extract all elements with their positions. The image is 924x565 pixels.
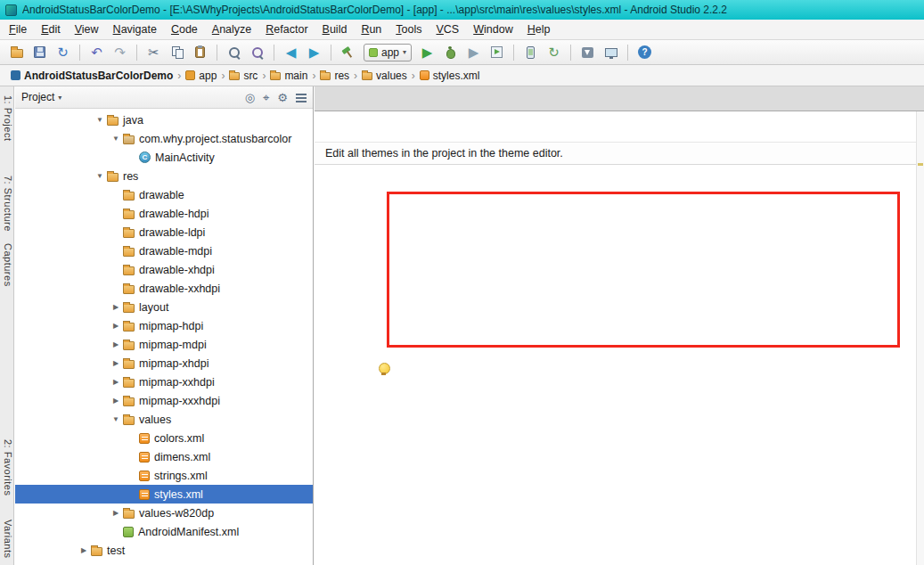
- tree-item-layout[interactable]: ▶layout: [15, 298, 313, 316]
- toolbar-separator: [513, 45, 514, 61]
- gear-icon[interactable]: ⚙: [277, 92, 288, 103]
- back-icon[interactable]: ◀: [280, 43, 302, 62]
- breadcrumb-item-styles-xml[interactable]: styles.xml: [416, 70, 484, 82]
- redo-icon[interactable]: ↷: [109, 43, 131, 62]
- breadcrumb-item-res[interactable]: res: [316, 70, 353, 82]
- breadcrumb-item-values[interactable]: values: [358, 70, 411, 82]
- tool-stripe-button-variants[interactable]: Variants: [1, 520, 13, 559]
- tree-item-test[interactable]: ▶test: [15, 541, 313, 560]
- forward-icon[interactable]: ▶: [303, 43, 325, 62]
- tree-item-mipmap-xxhdpi[interactable]: ▶mipmap-xxhdpi: [15, 373, 313, 391]
- main-window: AndroidStatusBarColorDemo - [E:\ASWhyPro…: [0, 0, 924, 565]
- menu-item-refactor[interactable]: Refactor: [258, 20, 315, 38]
- filter-icon[interactable]: ◎: [245, 92, 255, 103]
- chevron-right-icon[interactable]: ▶: [110, 359, 122, 367]
- gradle-sync-icon[interactable]: ↻: [543, 43, 565, 62]
- menu-item-navigate[interactable]: Navigate: [106, 20, 164, 38]
- save-all-icon[interactable]: [29, 43, 51, 62]
- breadcrumb-item-androidstatusbarcolordemo[interactable]: AndroidStatusBarColorDemo: [7, 70, 176, 82]
- menu-item-code[interactable]: Code: [164, 20, 205, 38]
- intention-lightbulb-icon[interactable]: [378, 363, 390, 375]
- tool-stripe-button-1-project[interactable]: 1: Project: [1, 95, 13, 141]
- tree-item-values[interactable]: ▼values: [15, 410, 313, 429]
- menu-item-run[interactable]: Run: [354, 20, 388, 38]
- menu-item-window[interactable]: Window: [466, 20, 519, 38]
- chevron-down-icon[interactable]: ▼: [94, 116, 106, 124]
- synchronize-icon[interactable]: ↻: [52, 43, 74, 62]
- chevron-down-icon[interactable]: ▼: [110, 415, 122, 423]
- tree-item-drawable-xhdpi[interactable]: drawable-xhdpi: [15, 260, 313, 279]
- tree-item-colors-xml[interactable]: colors.xml: [15, 429, 313, 447]
- run-coverage-icon[interactable]: ▶: [462, 43, 485, 62]
- menu-item-help[interactable]: Help: [520, 20, 558, 38]
- debug-icon[interactable]: [439, 43, 462, 62]
- chevron-down-icon[interactable]: ▼: [94, 172, 106, 180]
- chevron-right-icon[interactable]: ▶: [110, 303, 122, 311]
- sdk-manager-icon[interactable]: [576, 43, 599, 62]
- breadcrumb-item-src[interactable]: src: [225, 70, 261, 82]
- chevron-right-icon[interactable]: ▶: [110, 322, 122, 330]
- tree-item-values-w820dp[interactable]: ▶values-w820dp: [15, 504, 313, 522]
- tree-item-drawable-hdpi[interactable]: drawable-hdpi: [15, 204, 313, 223]
- menu-item-build[interactable]: Build: [315, 20, 355, 38]
- copy-icon[interactable]: [166, 43, 188, 62]
- menu-item-tools[interactable]: Tools: [388, 20, 429, 38]
- chevron-right-icon[interactable]: ▶: [110, 397, 122, 405]
- device-monitor-icon[interactable]: [600, 43, 622, 62]
- title-bar[interactable]: AndroidStatusBarColorDemo - [E:\ASWhyPro…: [0, 0, 924, 20]
- tree-item-mainactivity[interactable]: MainActivity: [15, 148, 313, 167]
- run-icon[interactable]: ▶: [416, 43, 438, 62]
- paste-icon[interactable]: [189, 43, 211, 62]
- chevron-right-icon[interactable]: ▶: [110, 509, 122, 517]
- tool-stripe-button-7-structure[interactable]: 7: Structure: [1, 176, 13, 232]
- help-icon[interactable]: [634, 43, 656, 62]
- run-configurations-combo[interactable]: app▾: [364, 44, 412, 61]
- tree-item-strings-xml[interactable]: strings.xml: [15, 466, 313, 485]
- editor-body: Edit all themes in the project in the th…: [315, 111, 924, 565]
- menu-item-edit[interactable]: Edit: [34, 20, 68, 38]
- chevron-right-icon[interactable]: ▶: [110, 340, 122, 348]
- tree-item-java[interactable]: ▼java: [15, 111, 313, 129]
- tree-item-drawable-xxhdpi[interactable]: drawable-xxhdpi: [15, 279, 313, 298]
- avd-manager-icon[interactable]: [519, 43, 542, 62]
- project-panel-title[interactable]: Project: [21, 91, 54, 103]
- menu-item-file[interactable]: File: [2, 20, 34, 38]
- menu-item-analyze[interactable]: Analyze: [205, 20, 258, 38]
- open-file-icon[interactable]: [5, 43, 28, 62]
- menu-item-view[interactable]: View: [68, 20, 106, 38]
- locate-icon[interactable]: ⌖: [263, 92, 269, 103]
- find-icon[interactable]: [223, 43, 245, 62]
- left-tool-stripe: 1: Project7: StructureCaptures2: Favorit…: [0, 86, 14, 565]
- tree-item-styles-xml[interactable]: styles.xml: [15, 485, 313, 504]
- tree-item-mipmap-hdpi[interactable]: ▶mipmap-hdpi: [15, 316, 313, 335]
- tree-item-drawable[interactable]: drawable: [15, 185, 313, 204]
- tree-item-res[interactable]: ▼res: [15, 167, 313, 185]
- chevron-down-icon[interactable]: ▾: [58, 94, 61, 102]
- collapse-all-icon[interactable]: [296, 93, 307, 102]
- breadcrumb-item-app[interactable]: app: [182, 70, 220, 82]
- tool-stripe-button-2-favorites[interactable]: 2: Favorites: [1, 439, 13, 495]
- tree-item-drawable-mdpi[interactable]: drawable-mdpi: [15, 242, 313, 260]
- chevron-right-icon[interactable]: ▶: [78, 546, 90, 554]
- cut-icon[interactable]: ✂: [143, 43, 165, 62]
- tree-item-androidmanifest-xml[interactable]: AndroidManifest.xml: [15, 522, 313, 541]
- menu-item-vcs[interactable]: VCS: [429, 20, 467, 38]
- folder-icon: [123, 248, 135, 257]
- chevron-right-icon[interactable]: ▶: [110, 378, 122, 386]
- tree-item-com-why-project-statusbarcolor[interactable]: ▼com.why.project.statusbarcolor: [15, 129, 313, 148]
- tree-item-dimens-xml[interactable]: dimens.xml: [15, 447, 313, 466]
- chevron-down-icon[interactable]: ▼: [110, 135, 122, 143]
- code-area[interactable]: [315, 165, 924, 167]
- tree-item-drawable-ldpi[interactable]: drawable-ldpi: [15, 223, 313, 242]
- tree-item-mipmap-mdpi[interactable]: ▶mipmap-mdpi: [15, 335, 313, 354]
- editor-scrollbar[interactable]: [916, 111, 924, 565]
- tree-item-mipmap-xhdpi[interactable]: ▶mipmap-xhdpi: [15, 354, 313, 373]
- make-project-icon[interactable]: [337, 43, 359, 62]
- tree-item-mipmap-xxxhdpi[interactable]: ▶mipmap-xxxhdpi: [15, 391, 313, 410]
- replace-icon[interactable]: [246, 43, 268, 62]
- breadcrumb-item-main[interactable]: main: [266, 70, 311, 82]
- undo-icon[interactable]: ↶: [86, 43, 108, 62]
- tool-stripe-button-captures[interactable]: Captures: [1, 243, 13, 287]
- attach-debugger-icon[interactable]: [486, 43, 508, 62]
- project-tool-window: Project ▾ ◎⌖⚙ ▼java▼com.why.project.stat…: [15, 86, 314, 565]
